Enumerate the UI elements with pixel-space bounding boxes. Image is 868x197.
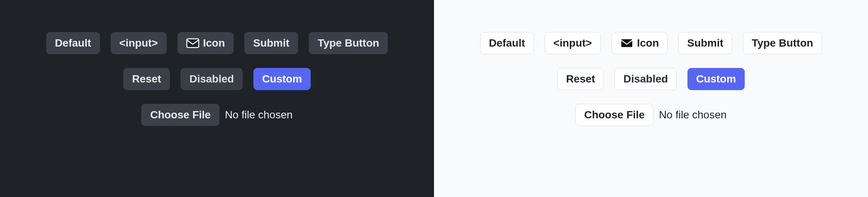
custom-button[interactable]: Custom xyxy=(687,68,745,90)
disabled-button: Disabled xyxy=(181,68,243,90)
file-input-row: Choose File No file chosen xyxy=(141,104,292,126)
submit-button[interactable]: Submit xyxy=(678,32,732,54)
reset-button[interactable]: Reset xyxy=(557,68,604,90)
svg-rect-0 xyxy=(187,39,198,48)
file-status-text: No file chosen xyxy=(659,109,726,121)
file-status-text: No file chosen xyxy=(225,109,292,121)
submit-button[interactable]: Submit xyxy=(244,32,298,54)
mail-icon xyxy=(186,38,199,48)
icon-button-label: Icon xyxy=(203,38,225,48)
choose-file-button[interactable]: Choose File xyxy=(575,104,653,126)
light-panel: Default <input> Icon Submit Type Button … xyxy=(434,0,868,197)
svg-rect-1 xyxy=(621,39,632,48)
input-button[interactable]: <input> xyxy=(111,32,167,54)
row-2: Reset Disabled Custom xyxy=(123,68,311,90)
mail-icon xyxy=(620,38,633,48)
default-button[interactable]: Default xyxy=(46,32,100,54)
file-input-row: Choose File No file chosen xyxy=(575,104,726,126)
type-button[interactable]: Type Button xyxy=(309,32,388,54)
default-button[interactable]: Default xyxy=(480,32,534,54)
icon-button[interactable]: Icon xyxy=(611,32,668,54)
reset-button[interactable]: Reset xyxy=(123,68,170,90)
disabled-button: Disabled xyxy=(615,68,677,90)
row-2: Reset Disabled Custom xyxy=(557,68,745,90)
input-button[interactable]: <input> xyxy=(545,32,601,54)
dark-panel: Default <input> Icon Submit Type Button … xyxy=(0,0,434,197)
choose-file-button[interactable]: Choose File xyxy=(141,104,219,126)
icon-button-label: Icon xyxy=(637,38,659,48)
custom-button[interactable]: Custom xyxy=(253,68,311,90)
icon-button[interactable]: Icon xyxy=(177,32,234,54)
row-1: Default <input> Icon Submit Type Button xyxy=(480,32,822,54)
row-1: Default <input> Icon Submit Type Button xyxy=(46,32,388,54)
type-button[interactable]: Type Button xyxy=(743,32,822,54)
